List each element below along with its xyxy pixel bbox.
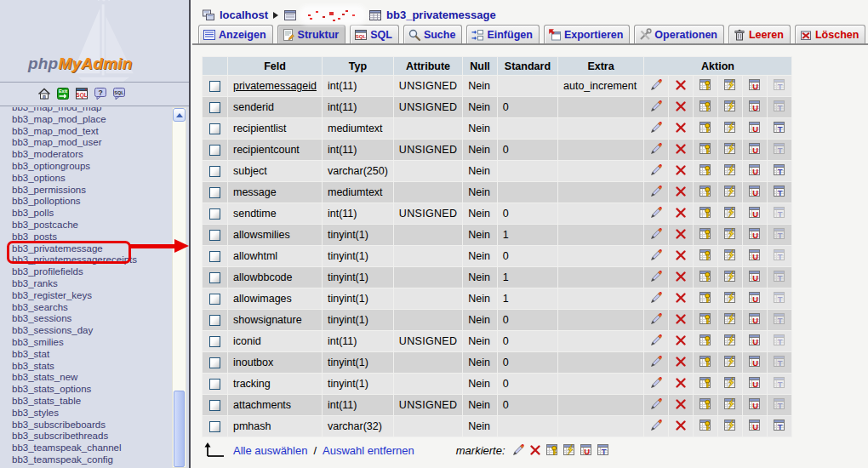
index-icon[interactable] [723,121,737,134]
index-icon[interactable] [723,78,737,92]
edit-icon[interactable] [644,140,668,160]
unique-icon[interactable]: U [748,270,762,283]
row-checkbox[interactable] [209,251,220,262]
sidebar-table-bb3_postcache[interactable]: bb3_postcache [12,220,170,231]
edit-icon[interactable] [644,246,668,266]
tab-struktur[interactable]: Struktur [277,25,346,43]
index-icon[interactable] [718,395,742,415]
edit-icon[interactable] [649,100,663,113]
primary-key-icon[interactable] [699,312,712,326]
unique-icon[interactable]: U [748,78,762,92]
fulltext-icon[interactable]: T [768,76,791,96]
index-icon[interactable] [723,206,737,220]
drop-icon[interactable] [674,419,688,432]
index-icon[interactable] [723,355,737,368]
drop-icon[interactable] [674,227,688,241]
fulltext-icon[interactable]: T [773,121,786,134]
unique-icon[interactable]: U [748,206,762,220]
breadcrumb-table-link[interactable]: bb3_privatemessage [386,9,496,21]
primary-key-icon[interactable] [694,374,717,394]
edit-icon[interactable] [644,416,668,437]
unique-icon[interactable]: U [748,291,762,305]
edit-icon[interactable] [644,267,668,288]
edit-icon[interactable] [644,331,668,351]
tab-anzeigen[interactable]: Anzeigen [198,25,273,43]
fulltext-icon[interactable]: T [773,100,786,113]
unique-icon[interactable]: U [743,416,767,437]
edit-icon[interactable] [644,225,668,245]
unique-icon[interactable]: U [748,227,762,241]
edit-icon[interactable] [649,142,663,156]
fulltext-icon[interactable]: T [768,352,791,373]
primary-key-icon[interactable] [699,206,712,220]
sidebar-table-bb3_styles[interactable]: bb3_styles [12,408,170,419]
drop-icon[interactable] [669,76,693,96]
index-icon[interactable] [723,163,737,177]
drop-icon[interactable] [669,140,693,160]
sidebar-table-bb3_stat[interactable]: bb3_stat [12,349,170,361]
unique-icon[interactable]: U [748,121,762,134]
primary-key-icon[interactable] [699,355,712,368]
drop-icon[interactable] [674,248,688,262]
edit-icon[interactable] [644,374,668,394]
drop-icon[interactable] [669,352,693,373]
primary-key-icon[interactable] [694,310,717,330]
fulltext-icon[interactable]: T [768,118,791,139]
sidebar-table-bb3_map_mod_user[interactable]: bb3_map_mod_user [12,137,170,149]
row-checkbox[interactable] [209,208,220,220]
fulltext-icon[interactable]: T [773,376,786,390]
drop-icon[interactable] [669,331,693,351]
edit-icon[interactable] [649,163,663,177]
unique-icon[interactable]: U [743,203,767,224]
fulltext-icon[interactable]: T [768,395,791,415]
sidebar-table-bb3_posts[interactable]: bb3_posts [12,231,170,243]
sidebar-table-bb3_moderators[interactable]: bb3_moderators [12,149,170,161]
unique-icon[interactable]: U [748,142,762,156]
edit-icon[interactable] [649,376,663,390]
tab-lschen[interactable]: Löschen [795,25,865,43]
index-icon[interactable] [718,374,742,394]
index-icon[interactable] [723,227,737,241]
edit-icon[interactable] [649,334,663,347]
fulltext-icon[interactable]: T [773,163,786,177]
row-checkbox[interactable] [209,294,220,305]
edit-icon[interactable] [644,310,668,330]
scroll-thumb[interactable] [174,391,185,467]
unique-icon[interactable]: U [748,355,762,368]
fulltext-icon[interactable]: T [773,248,786,262]
sidebar-table-bb3_profilefields[interactable]: bb3_profilefields [12,266,170,278]
select-all-link[interactable]: Alle auswählen [233,444,307,457]
fulltext-icon[interactable]: T [773,227,786,241]
sidebar-scrollbar[interactable] [172,107,186,468]
edit-icon[interactable] [649,78,663,92]
tab-sql[interactable]: SQLSQL [350,25,399,43]
unique-icon[interactable]: U [743,140,767,160]
sidebar-table-bb3_map_mod_text[interactable]: bb3_map_mod_text [12,126,170,138]
index-icon[interactable] [718,140,742,160]
primary-key-icon[interactable] [694,246,717,266]
drop-icon[interactable] [674,291,688,305]
index-icon[interactable] [718,182,742,203]
drop-icon[interactable] [674,121,688,134]
primary-key-icon[interactable] [694,182,717,203]
unique-icon[interactable]: U [748,312,762,326]
drop-icon[interactable] [669,203,693,224]
tab-leeren[interactable]: Leeren [728,25,791,43]
primary-key-icon[interactable] [699,227,712,241]
drop-icon[interactable] [674,312,688,326]
unique-icon[interactable]: U [748,163,762,177]
index-icon[interactable] [723,100,737,113]
row-checkbox[interactable] [209,102,220,113]
drop-icon[interactable] [674,376,688,390]
primary-key-icon[interactable] [699,78,712,92]
fulltext-icon[interactable]: T [773,312,786,326]
edit-icon[interactable] [649,121,663,134]
row-checkbox[interactable] [209,166,220,177]
row-checkbox[interactable] [209,123,220,134]
index-icon[interactable] [718,331,742,351]
primary-key-icon[interactable] [694,76,717,96]
fulltext-icon[interactable]: T [773,270,786,283]
primary-key-icon[interactable] [694,161,717,181]
unique-icon[interactable]: U [748,397,762,411]
index-icon[interactable] [723,376,737,390]
